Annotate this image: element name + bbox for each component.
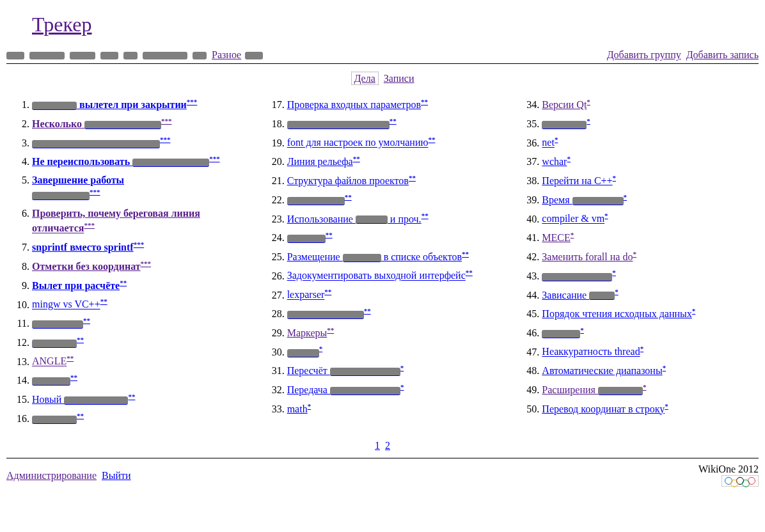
nav-item[interactable] [245,49,264,60]
tracker-item-link[interactable] [287,118,390,129]
tracker-item-link[interactable] [287,308,364,319]
nav-item[interactable] [70,49,97,60]
tracker-item-link[interactable]: Размещение в списке объектов [287,251,462,262]
list-item: Не переиспользовать *** [32,154,249,169]
tracker-item-link[interactable]: Не переиспользовать [32,156,209,167]
priority-stars: *** [141,260,152,267]
tracker-item-link[interactable]: Передача [287,384,400,395]
tracker-item-link[interactable]: Заменить forall на do [542,251,633,262]
admin-link[interactable]: Администрирование [6,470,97,481]
tracker-item-link[interactable]: snprintf вместо sprintf [32,242,134,253]
tracker-item-link[interactable] [287,232,326,243]
tracker-item-link[interactable]: вылетел при закрытии [32,99,187,110]
list-item: compiler & vm* [542,211,759,226]
priority-stars: ** [409,174,416,182]
priority-stars: * [665,402,668,410]
tracker-item-link[interactable] [32,375,70,386]
nav-item[interactable] [123,49,139,60]
priority-stars: * [643,383,647,391]
list-item: Размещение в списке объектов** [287,249,504,265]
priority-stars: ** [83,317,90,324]
tracker-item-link[interactable]: Версии Qt [542,99,587,110]
priority-stars: * [624,193,627,201]
tracker-item-link[interactable]: net [542,137,555,148]
list-item: math* [287,402,504,417]
tracker-item-link[interactable] [287,347,319,357]
tracker-item-link[interactable]: font для настроек по умолчанию [287,137,429,148]
list-item: Перевод координат в строку* [542,402,759,417]
add-group-link[interactable]: Добавить группу [607,49,681,60]
tracker-item-link[interactable] [542,327,580,338]
tracker-item-link[interactable] [32,318,83,329]
list-item: Проверить, почему береговая линия отлича… [32,207,249,236]
tracker-item-link[interactable]: compiler & vm [542,214,604,224]
page-2[interactable]: 2 [385,440,390,451]
tracker-item-link[interactable]: Использование и проч. [287,214,422,224]
tracker-item-link[interactable]: Завершение работы [32,175,124,201]
tab-dela[interactable]: Дела [351,72,379,85]
nav-item[interactable] [143,49,189,60]
tracker-item-link[interactable]: Отметки без координат [32,261,141,272]
priority-stars: *** [161,117,172,125]
priority-stars: * [615,288,619,295]
tracker-item-link[interactable]: Проверить, почему береговая линия отлича… [32,208,200,234]
tracker-item-link[interactable] [32,413,77,424]
nav-item[interactable] [6,49,26,60]
priority-stars: ** [466,269,473,276]
nav-item[interactable] [29,49,66,60]
tracker-item-link[interactable]: wchar [542,156,567,167]
tracker-item-link[interactable]: Время [542,194,623,205]
priority-stars: *** [160,136,171,143]
tracker-item-link[interactable]: Неаккуратность thread [542,347,640,357]
list-column: вылетел при закрытии***Несколько ******Н… [6,93,249,430]
tracker-item-link[interactable]: ANGLE [32,356,67,367]
list-item: Задокументировать выходной интерфейс** [287,268,504,283]
tracker-item-link[interactable] [32,337,77,348]
tracker-item-link[interactable]: Задокументировать выходной интерфейс [287,270,466,281]
tracker-item-link[interactable]: Линия рельефа [287,156,353,167]
tracker-item-link[interactable]: Порядок чтения исходных данных [542,308,691,319]
list-item: * [542,268,759,283]
tracker-item-link[interactable] [32,137,160,148]
title-link[interactable]: Трекер [32,13,91,36]
list-item: Отметки без координат*** [32,259,249,274]
priority-stars: ** [128,393,135,400]
tracker-item-link[interactable] [542,270,612,281]
priority-stars: * [400,383,404,391]
tracker-item-link[interactable]: Структура файлов проектов [287,175,409,186]
priority-stars: ** [77,412,84,419]
priority-stars: * [555,136,558,143]
nav-item[interactable] [100,49,120,60]
tracker-item-link[interactable]: Автоматические диапазоны [542,365,662,376]
list-column: Проверка входных параметров****font для … [262,93,504,430]
tracker-item-link[interactable]: Вылет при расчёте [32,280,120,291]
footer: Администрирование Выйти WikiOne 2012 [6,461,759,490]
add-record-link[interactable]: Добавить запись [686,49,759,60]
tracker-item-link[interactable]: MECE [542,232,570,243]
tracker-item-link[interactable]: Пересчёт [287,365,400,376]
page-1[interactable]: 1 [375,440,380,451]
tracker-item-link[interactable]: mingw vs VC++ [32,299,100,310]
tracker-item-link[interactable]: Зависание [542,290,615,301]
tracker-item-link[interactable]: Перевод координат в строку [542,403,665,414]
tracker-item-link[interactable]: Перейти на C++ [542,175,612,186]
tracker-item-link[interactable]: Проверка входных параметров [287,99,421,110]
nav-item-raznoe[interactable]: Разное [212,49,241,60]
tracker-item-link[interactable]: lexparser [287,290,325,301]
priority-stars: * [587,117,590,125]
tracker-item-link[interactable]: Новый [32,394,128,405]
list-item: ** [287,306,504,322]
list-item: Автоматические диапазоны* [542,363,759,379]
tracker-item-link[interactable] [287,194,345,205]
tracker-item-link[interactable]: Расширения [542,384,643,395]
page-title: Трекер [32,13,759,36]
logout-link[interactable]: Выйти [102,470,131,481]
tracker-item-link[interactable]: math [287,403,308,414]
tracker-item-link[interactable]: Маркеры [287,327,327,338]
priority-stars: *** [134,240,145,248]
priority-stars: * [613,174,617,182]
tracker-item-link[interactable]: Несколько [32,118,161,129]
nav-item[interactable] [193,49,208,60]
tracker-item-link[interactable] [542,118,587,129]
tab-zapisi[interactable]: Записи [384,73,414,84]
